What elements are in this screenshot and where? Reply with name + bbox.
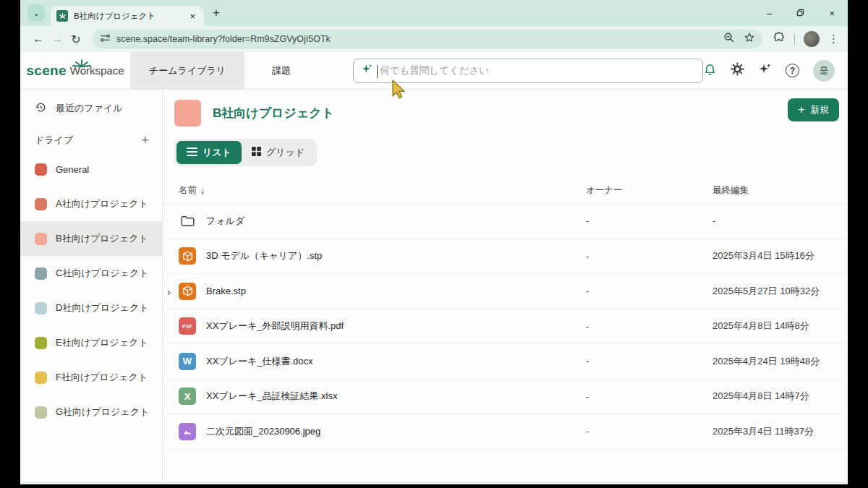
file-owner: - [586,215,712,226]
sidebar: 最近のファイル ドライブ + General A社向けプロジェクト B社向けプロ… [20,90,163,484]
mouse-cursor [391,80,406,103]
browser-tabstrip: ⌄ B社向けプロジェクト × + – × [20,0,848,26]
column-header-last-edited[interactable]: 最終編集 [712,184,848,197]
tab-issues[interactable]: 課題 [244,52,318,89]
expand-chevron-icon[interactable]: › [167,285,171,297]
drive-color-icon [35,233,47,245]
drive-label: C社向けプロジェクト [56,267,149,280]
file-name: XXブレーキ_品証検証結果.xlsx [206,390,338,403]
pdf-file-icon: PDF [179,317,196,335]
browser-tab[interactable]: B社向けプロジェクト × [51,6,204,26]
view-toggle-grid[interactable]: グリッド [242,141,315,164]
window-close-button[interactable]: × [829,8,835,19]
file-name: Brake.stp [206,286,246,296]
sidebar-drive-item-4[interactable]: D社向けプロジェクト [20,291,162,325]
sort-descending-icon[interactable]: ↓ [200,186,205,196]
file-name: XXブレーキ_仕様書.docx [206,355,313,368]
recent-files-label: 最近のファイル [56,102,123,115]
bookmark-star-icon[interactable] [744,32,755,46]
logo-rays-icon [72,57,91,70]
address-bar[interactable]: scene.space/team-library?folder=Rm9sZGVy… [93,30,762,48]
drive-label: F社向けプロジェクト [56,371,148,384]
search-input[interactable] [380,65,695,76]
table-row-4[interactable]: › W XXブレーキ_仕様書.docx - 2025年4月24日 19時48分 [163,344,848,380]
add-drive-button[interactable]: + [141,133,149,148]
sidebar-item-recent-files[interactable]: 最近のファイル [20,94,162,123]
cube-file-icon [179,247,196,265]
notifications-bell-icon[interactable] [703,62,717,79]
grid-icon [252,147,261,158]
tab-close-icon[interactable]: × [187,11,198,22]
settings-gear-icon[interactable] [731,62,744,79]
zoom-icon[interactable] [723,32,735,46]
table-header-row: 名前 ↓ オーナー 最終編集 [163,178,848,204]
table-row-3[interactable]: › PDF XXブレーキ_外部説明用資料.pdf - 2025年4月8日 14時… [163,309,848,345]
window-restore-button[interactable] [796,8,804,19]
file-owner: - [586,391,712,402]
browser-profile-avatar[interactable] [804,31,820,47]
drive-label: A社向けプロジェクト [56,197,148,210]
history-clock-icon [35,101,47,116]
back-button[interactable]: ← [29,33,48,46]
drive-list: General A社向けプロジェクト B社向けプロジェクト C社向けプロジェクト… [20,152,162,429]
browser-window: ⌄ B社向けプロジェクト × + – × ← → ↻ scene.space/t… [20,0,848,484]
table-row-1[interactable]: › 3D モデル（キャリア）.stp - 2025年3月4日 15時16分 [163,239,848,275]
drive-color-icon [35,267,47,280]
sidebar-drive-item-7[interactable]: G社向けプロジェクト [20,395,162,429]
new-button[interactable]: + 新規 [788,98,839,121]
file-table: 名前 ↓ オーナー 最終編集 › フォルダ - - › 3D モデル（キャリア）… [163,178,848,450]
extensions-puzzle-icon[interactable] [773,31,786,47]
table-row-6[interactable]: › 二次元図面_20230906.jpeg - 2025年3月4日 11時37分 [163,414,848,450]
drive-label: E社向けプロジェクト [56,336,148,349]
file-last-edited: 2025年4月24日 19時48分 [712,355,848,368]
file-name: 二次元図面_20230906.jpeg [206,425,320,438]
site-info-icon[interactable] [100,33,111,46]
column-header-owner[interactable]: オーナー [586,184,712,197]
reload-button[interactable]: ↻ [67,33,85,46]
file-last-edited: 2025年3月4日 15時16分 [712,249,848,262]
help-icon[interactable]: ? [786,64,799,77]
file-owner: - [586,251,712,262]
tab-search-chevron-icon[interactable]: ⌄ [27,4,45,22]
drive-color-icon [35,198,47,210]
drive-color-icon [35,163,47,176]
sidebar-drive-item-3[interactable]: C社向けプロジェクト [20,256,162,291]
table-row-5[interactable]: › X XXブレーキ_品証検証結果.xlsx - 2025年4月8日 14時7分 [163,380,848,415]
toolbar-divider [794,33,795,45]
file-last-edited: 2025年4月8日 14時7分 [712,390,848,403]
file-last-edited: 2025年5月27日 10時32分 [712,285,848,298]
sidebar-drive-item-5[interactable]: E社向けプロジェクト [20,325,162,360]
table-row-0[interactable]: › フォルダ - - [163,204,848,239]
sidebar-drive-item-0[interactable]: General [20,152,162,187]
file-owner: - [586,286,712,296]
browser-menu-icon[interactable]: ⋮ [828,33,839,46]
folder-icon [179,213,196,230]
drive-color-square [174,100,201,127]
page-title: B社向けプロジェクト [213,105,334,121]
file-owner: - [586,321,712,332]
image-file-icon [179,423,196,440]
window-minimize-button[interactable]: – [767,8,772,19]
url-text[interactable]: scene.space/team-library?folder=Rm9sZGVy… [116,34,723,44]
table-row-2[interactable]: › Brake.stp - 2025年5月27日 10時32分 [163,274,848,309]
sidebar-drive-item-6[interactable]: F社向けプロジェクト [20,360,162,395]
file-last-edited: - [712,215,848,226]
user-avatar[interactable]: 是 [813,60,835,82]
plus-icon: + [798,103,805,117]
x-file-icon: X [179,388,196,405]
ai-assistant-sparkle-icon[interactable] [758,62,772,79]
workspace-logo[interactable]: scene Workspace [20,52,130,89]
sidebar-drive-item-2[interactable]: B社向けプロジェクト [20,221,162,256]
text-caret [377,65,378,78]
sidebar-drive-item-1[interactable]: A社向けプロジェクト [20,187,162,221]
forward-button[interactable]: → [48,33,67,46]
tab-team-library[interactable]: チームライブラリ [130,52,244,89]
new-tab-button[interactable]: + [213,6,220,20]
column-header-name[interactable]: 名前 [179,184,197,197]
drives-label: ドライブ [35,134,73,147]
drive-label: B社向けプロジェクト [56,232,148,245]
cube-file-icon [179,283,196,300]
view-toggle-list[interactable]: リスト [176,141,242,164]
browser-toolbar: ← → ↻ scene.space/team-library?folder=Rm… [20,26,848,52]
file-owner: - [586,426,712,437]
